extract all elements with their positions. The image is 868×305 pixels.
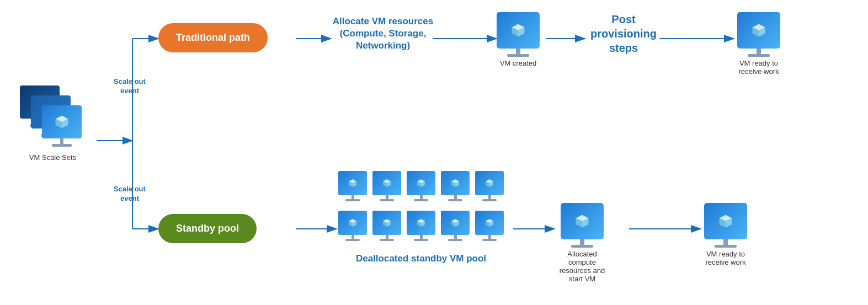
vm-created-group: VM created xyxy=(497,12,540,67)
pool-grid xyxy=(337,171,505,248)
vm-ready-top-icon xyxy=(734,12,784,57)
scale-out-event-2: Scale out event xyxy=(108,185,152,204)
diagram: VM Scale Sets Scale out event Scale out … xyxy=(0,0,868,305)
pool-vm-5 xyxy=(473,171,505,208)
allocate-vm-text: Allocate VM resources (Compute, Storage,… xyxy=(331,15,435,52)
post-provisioning-text: Post provisioning steps xyxy=(585,12,662,55)
vm-scale-sets-group: VM Scale Sets xyxy=(10,85,95,162)
pool-vm-3 xyxy=(405,171,437,208)
vm-ready-top-label: VM ready to receive work xyxy=(734,59,784,76)
scale-out-event-1: Scale out event xyxy=(108,77,152,96)
vm-ready-bottom-label: VM ready to receive work xyxy=(701,250,750,266)
vm-stack-front xyxy=(42,105,82,147)
deallocated-pool-label: Deallocated standby VM pool xyxy=(337,253,505,265)
standby-pool-pill: Standby pool xyxy=(158,214,257,243)
pool-vm-2 xyxy=(371,171,403,208)
pool-vm-4 xyxy=(439,171,471,208)
allocated-compute-group: Allocated compute resources and start VM xyxy=(555,203,610,283)
standby-pool-label: Standby pool xyxy=(158,214,257,243)
traditional-path-pill: Traditional path xyxy=(158,23,268,52)
pool-vm-6 xyxy=(337,211,369,248)
vm-ready-bottom-icon xyxy=(701,203,750,248)
vm-scale-sets-label: VM Scale Sets xyxy=(10,153,95,162)
deallocated-pool-group: Deallocated standby VM pool xyxy=(337,171,505,265)
pool-vm-9 xyxy=(439,211,471,248)
vm-created-icon xyxy=(497,12,540,57)
pool-vm-1 xyxy=(337,171,369,208)
vm-ready-top-group: VM ready to receive work xyxy=(734,12,784,76)
pool-vm-7 xyxy=(371,211,403,248)
vm-ready-bottom-group: VM ready to receive work xyxy=(701,203,750,266)
traditional-path-label: Traditional path xyxy=(158,23,268,52)
pool-vm-10 xyxy=(473,211,505,248)
allocated-compute-icon xyxy=(555,203,610,248)
allocated-compute-label: Allocated compute resources and start VM xyxy=(555,250,610,283)
pool-vm-8 xyxy=(405,211,437,248)
vm-created-label: VM created xyxy=(497,59,540,67)
